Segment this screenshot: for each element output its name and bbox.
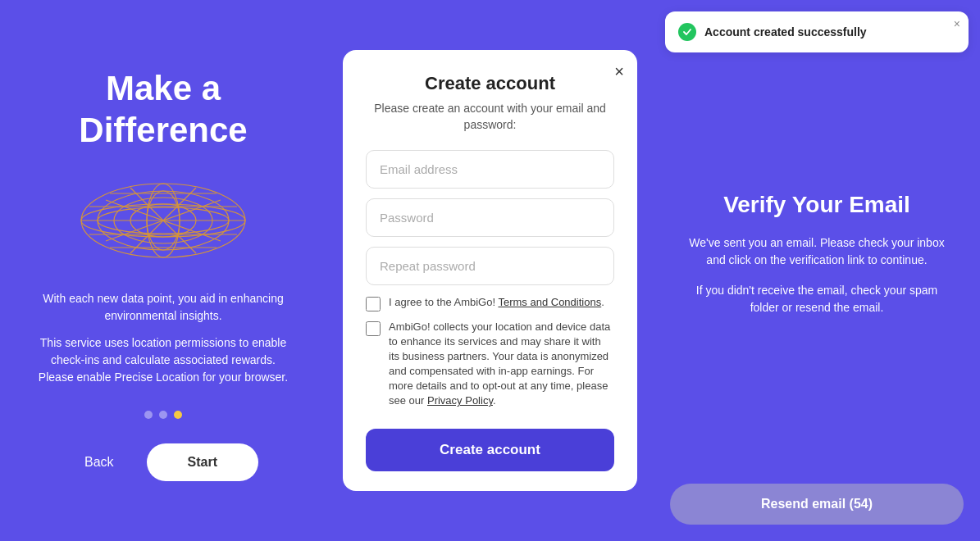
create-account-modal: × Create account Please create an accoun… bbox=[343, 50, 637, 490]
left-description-1: With each new data point, you aid in enh… bbox=[32, 290, 294, 325]
success-icon bbox=[678, 23, 696, 41]
dot-2[interactable] bbox=[159, 411, 167, 419]
modal-title: Create account bbox=[366, 73, 614, 94]
left-description-2: This service uses location permissions t… bbox=[32, 334, 294, 386]
terms-link[interactable]: Terms and Conditions bbox=[498, 296, 601, 308]
dot-1[interactable] bbox=[144, 411, 153, 419]
terms-label: I agree to the AmbiGo! Terms and Conditi… bbox=[389, 295, 604, 310]
email-input[interactable] bbox=[366, 150, 614, 189]
back-button[interactable]: Back bbox=[68, 447, 130, 478]
globe-illustration bbox=[65, 175, 262, 266]
create-account-button[interactable]: Create account bbox=[366, 429, 614, 471]
privacy-checkbox-row: AmbiGo! collects your location and devic… bbox=[366, 320, 614, 409]
verify-description-1: We've sent you an email. Please check yo… bbox=[686, 234, 948, 269]
panel-right: Account created successfully × Verify Yo… bbox=[654, 0, 980, 541]
panel-left: Make a Difference bbox=[0, 0, 326, 541]
verify-description-2: If you didn't receive the email, check y… bbox=[686, 282, 948, 316]
resend-email-button[interactable]: Resend email (54) bbox=[670, 484, 964, 525]
toast-close-button[interactable]: × bbox=[954, 18, 960, 30]
privacy-label: AmbiGo! collects your location and devic… bbox=[389, 320, 614, 409]
start-button[interactable]: Start bbox=[147, 443, 258, 481]
pagination-dots bbox=[144, 411, 182, 419]
modal-subtitle: Please create an account with your email… bbox=[366, 101, 614, 133]
success-toast: Account created successfully × bbox=[665, 11, 969, 52]
repeat-password-input[interactable] bbox=[366, 247, 614, 285]
dot-3[interactable] bbox=[174, 411, 182, 419]
terms-checkbox-row: I agree to the AmbiGo! Terms and Conditi… bbox=[366, 295, 614, 311]
privacy-link[interactable]: Privacy Policy bbox=[427, 394, 493, 407]
panel-middle: × Create account Please create an accoun… bbox=[326, 0, 654, 541]
toast-message: Account created successfully bbox=[704, 25, 867, 39]
bottom-buttons: Back Start bbox=[68, 443, 258, 481]
verify-title: Verify Your Email bbox=[723, 192, 910, 218]
privacy-checkbox[interactable] bbox=[366, 321, 381, 336]
terms-checkbox[interactable] bbox=[366, 297, 381, 311]
modal-close-button[interactable]: × bbox=[614, 63, 624, 80]
password-input[interactable] bbox=[366, 198, 614, 237]
left-panel-title: Make a Difference bbox=[25, 68, 302, 151]
